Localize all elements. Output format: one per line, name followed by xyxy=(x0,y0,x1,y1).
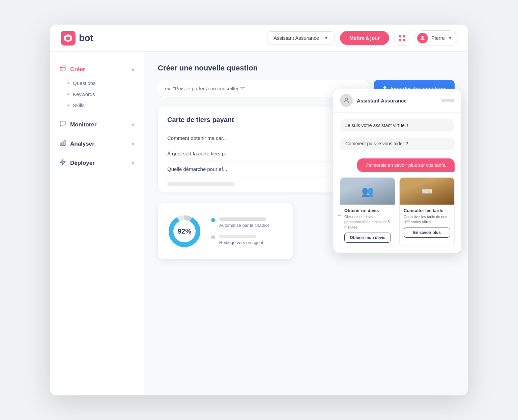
chat-nav-arrow-icon[interactable]: ← xyxy=(337,213,342,218)
sidebar-label-questions: Questions xyxy=(73,80,96,86)
user-menu[interactable]: Pierre ▼ xyxy=(415,30,457,46)
donut-chart: 92% xyxy=(166,213,203,250)
grid-icon xyxy=(399,35,405,41)
sidebar-item-creer[interactable]: Créer ∧ xyxy=(50,61,144,78)
header-controls: Assistant Assurance ▼ Mettre à jour Pier… xyxy=(267,30,457,46)
chat-card-image-2 xyxy=(400,178,454,205)
legend-text-blue: Automatisé par le chatbot xyxy=(219,223,269,228)
sidebar-section-monitorer: Monitorer ∨ xyxy=(50,116,144,133)
svg-point-1 xyxy=(422,36,424,38)
logo-area: bot xyxy=(61,31,93,46)
skills-bullet xyxy=(67,104,69,107)
deployer-chevron-icon: ∨ xyxy=(132,161,135,166)
creer-chevron-icon: ∧ xyxy=(132,67,135,72)
chat-card-title-2: Consulter les tarifs xyxy=(404,208,450,213)
sidebar-label-creer: Créer xyxy=(70,66,85,73)
sidebar-label-monitorer: Monitorer xyxy=(70,121,96,128)
sidebar-item-monitorer[interactable]: Monitorer ∨ xyxy=(50,116,144,133)
chatbot-name: Assistant Assurance xyxy=(357,98,437,103)
svg-point-9 xyxy=(345,98,347,100)
questions-bullet xyxy=(67,82,69,84)
main-content: Créer une nouvelle question ⬆ Importer d… xyxy=(144,52,468,395)
legend-bar-top-1 xyxy=(219,217,266,221)
chatbot-header-bar xyxy=(441,99,455,102)
sidebar-item-questions[interactable]: Questions xyxy=(67,78,135,89)
monitorer-chevron-icon: ∨ xyxy=(132,122,135,127)
chatbot-header: Assistant Assurance xyxy=(333,89,461,113)
donut-label: 92% xyxy=(178,228,191,235)
analyser-icon xyxy=(59,140,66,148)
monitorer-icon xyxy=(59,120,66,129)
placeholder-bar-1 xyxy=(167,182,235,186)
logo-text: bot xyxy=(79,33,93,43)
sidebar-item-analyser[interactable]: Analyser ∨ xyxy=(50,136,144,152)
chat-card-tarifs: Consulter les tarifs Consultez les tarif… xyxy=(399,177,455,246)
sidebar-item-skills[interactable]: Skills xyxy=(67,100,135,111)
update-button[interactable]: Mettre à jour xyxy=(340,31,389,45)
chatbot-widget: Assistant Assurance Je suis votre assist… xyxy=(333,89,461,253)
body-area: Créer ∧ Questions Keywords Skil xyxy=(50,52,468,395)
creer-icon xyxy=(59,65,66,73)
legend-text-gray: Redirigé vers un agent xyxy=(219,240,263,245)
chat-card-title-1: Obtenir un devis xyxy=(344,208,391,213)
svg-marker-5 xyxy=(60,159,65,165)
sidebar-label-deployer: Déployer xyxy=(70,160,95,167)
chat-card-image-1 xyxy=(340,178,395,205)
user-message-area: J'aimerais en savoir plus sur vos tarifs… xyxy=(340,158,455,172)
grid-dot-3 xyxy=(399,39,401,41)
user-name: Pierre xyxy=(431,35,445,41)
user-menu-chevron-icon: ▼ xyxy=(448,36,452,40)
chat-card-devis: Obtenir un devis Obtenez un devis person… xyxy=(340,177,395,246)
avatar xyxy=(417,33,428,43)
chat-card-btn-1[interactable]: Obtenir mon devis xyxy=(344,233,391,243)
stats-card: 92% Automatisé par le chatbot xyxy=(158,203,293,259)
bottom-cards-area: 92% Automatisé par le chatbot xyxy=(158,203,455,259)
grid-dot-1 xyxy=(399,35,401,37)
creer-subitems: Questions Keywords Skills xyxy=(50,78,144,114)
sidebar: Créer ∧ Questions Keywords Skil xyxy=(50,52,144,395)
svg-rect-3 xyxy=(62,142,63,146)
stats-legend: Automatisé par le chatbot Redirigé vers … xyxy=(211,217,269,245)
logo-icon xyxy=(61,31,76,46)
sidebar-label-analyser: Analyser xyxy=(70,141,94,147)
chatbot-body: Je suis votre assistant virtuel ! Commen… xyxy=(333,113,461,253)
header: bot Assistant Assurance ▼ Mettre à jour xyxy=(50,25,468,52)
page-title: Créer une nouvelle question xyxy=(158,64,455,72)
app-window: bot Assistant Assurance ▼ Mettre à jour xyxy=(50,25,468,395)
chat-card-desc-1: Obtenez un devis personnalisé en moins d… xyxy=(344,214,391,230)
analyser-chevron-icon: ∨ xyxy=(132,142,135,146)
sidebar-section-deployer: Déployer ∨ xyxy=(50,155,144,171)
svg-rect-4 xyxy=(64,141,65,145)
deployer-icon xyxy=(59,159,66,167)
sidebar-label-skills: Skills xyxy=(73,102,85,108)
chat-card-btn-2[interactable]: En savoir plus xyxy=(404,228,450,238)
grid-dot-4 xyxy=(403,39,405,41)
legend-item-gray: Redirigé vers un agent xyxy=(211,235,269,245)
chat-bubble-1: Je suis votre assistant virtuel ! xyxy=(340,119,455,131)
legend-dot-gray xyxy=(211,235,215,239)
chat-cards-row: ← Obtenir un devis Obtenez un devis pers… xyxy=(340,177,455,253)
chat-bubble-2: Comment puis-je vous aider ? xyxy=(340,138,455,150)
chat-bubble-user: J'aimerais en savoir plus sur vos tarifs… xyxy=(357,158,455,172)
chatbot-avatar xyxy=(340,94,353,107)
assistant-dropdown-label: Assistant Assurance xyxy=(274,35,319,41)
assistant-dropdown[interactable]: Assistant Assurance ▼ xyxy=(267,31,335,44)
grid-dot-2 xyxy=(403,35,405,37)
assistant-dropdown-chevron-icon: ▼ xyxy=(324,36,328,40)
legend-dot-blue xyxy=(211,218,215,222)
sidebar-label-keywords: Keywords xyxy=(73,91,95,97)
svg-rect-2 xyxy=(60,143,61,146)
chat-card-desc-2: Consultez les tarifs de nos différentes … xyxy=(404,214,450,225)
keywords-bullet xyxy=(67,93,69,95)
sidebar-item-deployer[interactable]: Déployer ∨ xyxy=(50,155,144,171)
sidebar-section-creer: Créer ∧ Questions Keywords Skil xyxy=(50,61,144,114)
legend-bar-mid-1 xyxy=(219,235,256,238)
sidebar-item-keywords[interactable]: Keywords xyxy=(67,89,135,100)
legend-item-blue: Automatisé par le chatbot xyxy=(211,217,269,228)
sidebar-section-analyser: Analyser ∨ xyxy=(50,136,144,152)
grid-apps-button[interactable] xyxy=(395,31,409,46)
